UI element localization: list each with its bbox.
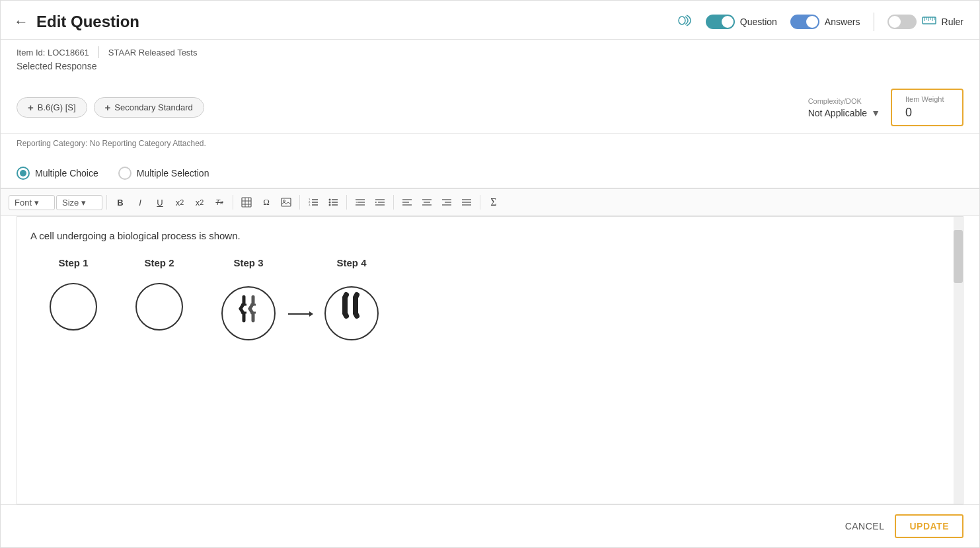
standards-bar: + B.6(G) [S] + Secondary Standard Comple…: [1, 78, 979, 134]
multiple-selection-label: Multiple Selection: [137, 168, 209, 178]
table-button[interactable]: [237, 193, 256, 212]
toolbar-divider-5: [393, 195, 394, 210]
svg-point-46: [136, 284, 182, 330]
step2-cell: [130, 274, 189, 333]
unordered-list-button[interactable]: [324, 193, 342, 212]
size-select[interactable]: Size ▾: [56, 195, 102, 210]
subscript-button[interactable]: x2: [170, 193, 189, 212]
font-select[interactable]: Font ▾: [9, 195, 55, 210]
complexity-dropdown[interactable]: Complexity/DOK Not Applicable ▼: [808, 97, 880, 118]
update-button[interactable]: UPDATE: [895, 514, 963, 538]
svg-point-26: [329, 204, 331, 206]
editor-toolbar: Font ▾ Size ▾ B I U x2 x2 Tx: [1, 188, 979, 216]
svg-point-45: [50, 284, 96, 330]
align-left-button[interactable]: [398, 193, 416, 212]
step4-label: Step 4: [336, 257, 366, 268]
step3-col: Step 3: [215, 257, 282, 346]
clear-format-button[interactable]: Tx: [210, 193, 229, 212]
item-weight-label: Item Weight: [905, 95, 949, 103]
audio-icon[interactable]: [677, 14, 693, 30]
primary-standard-chip[interactable]: + B.6(G) [S]: [17, 97, 87, 118]
bold-button[interactable]: B: [111, 193, 130, 212]
outdent-button[interactable]: [351, 193, 369, 212]
font-label: Font: [15, 198, 32, 208]
complexity-arrow-icon: ▼: [871, 108, 880, 118]
answers-toggle[interactable]: [790, 15, 819, 29]
answers-toggle-group: Answers: [790, 15, 860, 29]
multiple-selection-option[interactable]: Multiple Selection: [118, 167, 209, 180]
size-arrow-icon: ▾: [81, 198, 86, 208]
item-weight-box[interactable]: Item Weight 0: [891, 89, 963, 126]
svg-rect-13: [282, 198, 291, 206]
info-divider: [98, 46, 99, 58]
cancel-button[interactable]: CANCEL: [845, 521, 885, 531]
complexity-select[interactable]: Not Applicable ▼: [808, 108, 880, 118]
info-bar: Item Id: LOC18661 STAAR Released Tests: [1, 40, 979, 58]
svg-rect-8: [242, 198, 251, 207]
plus-icon: +: [28, 102, 34, 113]
test-name: STAAR Released Tests: [108, 48, 198, 58]
toolbar-divider-3: [299, 195, 300, 210]
main-content: + B.6(G) [S] + Secondary Standard Comple…: [1, 78, 979, 547]
step4-cell: [319, 274, 385, 346]
svg-marker-49: [309, 311, 313, 317]
step3-cell: [215, 274, 282, 346]
size-label: Size: [62, 198, 79, 208]
step3-step4-group: Step 3: [215, 257, 385, 346]
top-header: ← Edit Question Question: [1, 1, 979, 40]
step2-label: Step 2: [144, 257, 174, 268]
question-toggle-group: Question: [706, 15, 777, 29]
multiple-selection-radio[interactable]: [118, 167, 132, 180]
ruler-toggle-group: Ruler: [887, 15, 963, 29]
arrow-container: [287, 281, 313, 323]
complexity-area: Complexity/DOK Not Applicable ▼ Item Wei…: [808, 89, 963, 126]
primary-standard-label: B.6(G) [S]: [38, 102, 76, 112]
footer: CANCEL UPDATE: [1, 504, 979, 547]
align-right-button[interactable]: [437, 193, 456, 212]
step1-label: Step 1: [58, 257, 88, 268]
superscript-button[interactable]: x2: [190, 193, 209, 212]
multiple-choice-option[interactable]: Multiple Choice: [17, 167, 98, 180]
radio-selected-dot: [20, 170, 26, 176]
ruler-group: Ruler: [922, 16, 963, 28]
toolbar-divider-4: [346, 195, 347, 210]
step3-label: Step 3: [233, 257, 263, 268]
svg-point-14: [283, 200, 285, 202]
reporting-category: Reporting Category: No Reporting Categor…: [1, 134, 979, 156]
sigma-button[interactable]: Σ: [484, 193, 503, 212]
selected-response-label: Selected Response: [1, 58, 979, 78]
svg-point-25: [329, 202, 331, 204]
answers-toggle-label: Answers: [825, 17, 860, 27]
editor-content[interactable]: A cell undergoing a biological process i…: [17, 217, 963, 428]
image-button[interactable]: [277, 193, 295, 212]
multiple-choice-label: Multiple Choice: [35, 168, 98, 178]
step2-col: Step 2: [130, 257, 189, 333]
step1-cell: [44, 274, 103, 333]
page-container: ← Edit Question Question: [0, 0, 980, 548]
underline-button[interactable]: U: [151, 193, 169, 212]
align-center-button[interactable]: [418, 193, 436, 212]
question-toggle[interactable]: [706, 15, 735, 29]
step3-step4-arrow: [287, 307, 313, 321]
ruler-icon: [922, 16, 936, 28]
font-arrow-icon: ▾: [34, 198, 39, 208]
editor-container: A cell undergoing a biological process i…: [17, 216, 963, 504]
justify-button[interactable]: [457, 193, 476, 212]
step4-col: Step 4: [319, 257, 385, 346]
italic-button[interactable]: I: [131, 193, 149, 212]
ordered-list-button[interactable]: 1. 2. 3.: [304, 193, 322, 212]
back-button[interactable]: ←: [14, 13, 28, 30]
item-id: Item Id: LOC18661: [17, 48, 89, 58]
symbol-button[interactable]: Ω: [257, 193, 276, 212]
svg-point-24: [329, 199, 331, 201]
secondary-standard-chip[interactable]: + Secondary Standard: [94, 97, 204, 118]
complexity-label: Complexity/DOK: [808, 97, 862, 105]
steps-diagram: Step 1 Step 2: [30, 257, 950, 346]
indent-button[interactable]: [371, 193, 389, 212]
editor-scrollbar[interactable]: [954, 217, 963, 504]
radio-row: Multiple Choice Multiple Selection: [1, 156, 979, 188]
scroll-thumb: [954, 230, 963, 283]
multiple-choice-radio[interactable]: [17, 167, 30, 180]
svg-point-0: [679, 17, 685, 24]
ruler-toggle[interactable]: [887, 15, 917, 29]
